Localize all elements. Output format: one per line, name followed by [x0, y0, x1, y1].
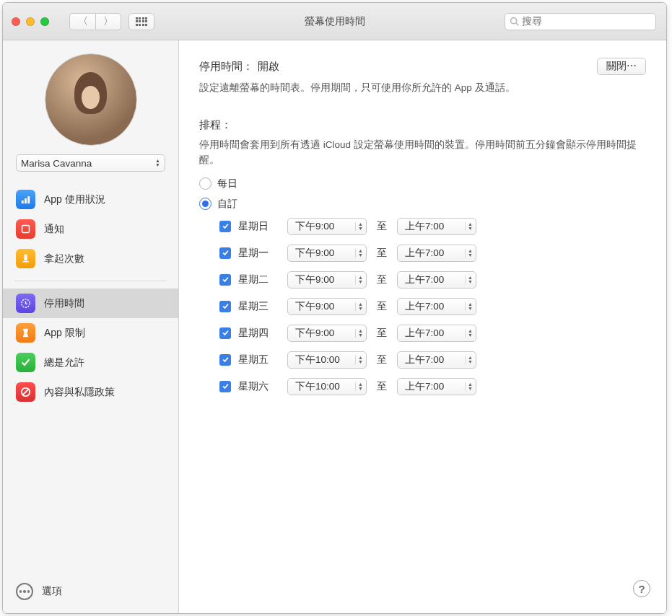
user-avatar[interactable] — [45, 53, 137, 146]
from-time-select[interactable]: 下午9:00▲▼ — [287, 218, 367, 235]
day-checkbox[interactable] — [219, 247, 231, 259]
search-input[interactable] — [522, 16, 651, 27]
schedule-row: 星期五下午10:00▲▼至上午7:00▲▼ — [219, 351, 646, 369]
options-label: 選項 — [42, 585, 62, 598]
svg-rect-3 — [25, 198, 27, 203]
sidebar-item-always-allowed[interactable]: 總是允許 — [3, 348, 178, 377]
svg-rect-5 — [22, 226, 30, 233]
time-value: 下午9:00 — [295, 327, 334, 340]
day-checkbox[interactable] — [219, 274, 231, 286]
time-value: 上午7:00 — [405, 353, 444, 366]
sidebar-item-label: 總是允許 — [44, 356, 84, 369]
radio-button[interactable] — [199, 198, 211, 210]
stepper-icon: ▲▼ — [465, 276, 473, 284]
window-body: Marisa Cavanna ▲▼ App 使用狀況 通知 拿起次數 — [3, 40, 666, 613]
sidebar-item-content-privacy[interactable]: 內容與私隱政策 — [3, 377, 178, 407]
back-button[interactable]: 〈 — [69, 13, 95, 30]
window-title: 螢幕使用時間 — [305, 15, 365, 28]
user-select-label: Marisa Cavanna — [21, 158, 92, 169]
day-label: 星期日 — [238, 220, 280, 233]
schedule-row: 星期日下午9:00▲▼至上午7:00▲▼ — [219, 218, 646, 235]
status-label: 停用時間： — [199, 60, 253, 74]
search-icon — [510, 17, 519, 26]
from-time-select[interactable]: 下午9:00▲▼ — [287, 325, 367, 342]
help-button[interactable]: ? — [633, 580, 650, 597]
titlebar: 〈 〉 螢幕使用時間 — [3, 3, 666, 40]
preferences-window: 〈 〉 螢幕使用時間 Marisa Cavanna ▲▼ App 使用狀況 — [2, 2, 667, 614]
app-usage-icon — [16, 190, 35, 209]
day-checkbox[interactable] — [219, 354, 231, 366]
day-checkbox[interactable] — [219, 327, 231, 339]
status-description: 設定遠離螢幕的時間表。停用期間，只可使用你所允許的 App 及通話。 — [199, 81, 646, 95]
sidebar-item-notifications[interactable]: 通知 — [3, 214, 178, 244]
svg-rect-4 — [27, 196, 30, 203]
to-time-select[interactable]: 上午7:00▲▼ — [397, 218, 476, 235]
schedule-row: 星期六下午10:00▲▼至上午7:00▲▼ — [219, 378, 646, 395]
status-row: 停用時間： 開啟 關閉⋯ — [199, 58, 646, 75]
svg-line-1 — [516, 23, 518, 25]
to-time-select[interactable]: 上午7:00▲▼ — [397, 271, 476, 289]
to-label: 至 — [374, 300, 390, 313]
search-field[interactable] — [505, 13, 656, 30]
to-time-select[interactable]: 上午7:00▲▼ — [397, 351, 476, 369]
from-time-select[interactable]: 下午10:00▲▼ — [287, 351, 367, 369]
window-controls — [12, 17, 49, 26]
to-label: 至 — [374, 220, 390, 233]
radio-button[interactable] — [199, 177, 211, 190]
radio-label: 每日 — [217, 177, 237, 190]
from-time-select[interactable]: 下午9:00▲▼ — [287, 298, 367, 315]
main-content: 停用時間： 開啟 關閉⋯ 設定遠離螢幕的時間表。停用期間，只可使用你所允許的 A… — [179, 40, 666, 613]
sidebar-item-pickups[interactable]: 拿起次數 — [3, 244, 178, 273]
time-value: 下午9:00 — [295, 247, 334, 260]
sidebar-item-label: 通知 — [44, 223, 64, 236]
to-time-select[interactable]: 上午7:00▲▼ — [397, 298, 476, 315]
day-label: 星期一 — [238, 247, 280, 260]
day-label: 星期三 — [238, 300, 280, 313]
to-label: 至 — [374, 353, 390, 366]
time-value: 下午10:00 — [295, 353, 340, 366]
minimize-window-button[interactable] — [26, 17, 35, 26]
sidebar-item-label: 拿起次數 — [44, 252, 84, 265]
radio-daily[interactable]: 每日 — [199, 177, 646, 190]
day-checkbox[interactable] — [219, 221, 231, 232]
sidebar-item-downtime[interactable]: 停用時間 — [3, 289, 178, 318]
options-icon — [16, 583, 33, 600]
time-value: 下午9:00 — [295, 300, 334, 313]
sidebar-item-app-usage[interactable]: App 使用狀況 — [3, 185, 178, 214]
chevron-right-icon: 〉 — [103, 15, 113, 28]
day-checkbox[interactable] — [219, 381, 231, 392]
close-window-button[interactable] — [12, 17, 20, 26]
svg-point-0 — [511, 18, 517, 24]
sidebar-divider — [14, 281, 167, 281]
to-time-select[interactable]: 上午7:00▲▼ — [397, 378, 476, 395]
user-select[interactable]: Marisa Cavanna ▲▼ — [16, 154, 165, 172]
day-label: 星期五 — [238, 353, 280, 366]
to-label: 至 — [374, 273, 390, 286]
from-time-select[interactable]: 下午9:00▲▼ — [287, 271, 367, 289]
radio-label: 自訂 — [217, 198, 237, 211]
from-time-select[interactable]: 下午10:00▲▼ — [287, 378, 367, 395]
sidebar-options[interactable]: 選項 — [3, 573, 178, 613]
radio-custom[interactable]: 自訂 — [199, 198, 646, 211]
to-time-select[interactable]: 上午7:00▲▼ — [397, 245, 476, 262]
show-all-prefs-button[interactable] — [128, 13, 154, 30]
to-label: 至 — [374, 327, 390, 340]
schedule-row: 星期二下午9:00▲▼至上午7:00▲▼ — [219, 271, 646, 289]
zoom-window-button[interactable] — [40, 17, 49, 26]
stepper-icon: ▲▼ — [355, 302, 363, 311]
schedule-description: 停用時間會套用到所有透過 iCloud 設定螢幕使用時間的裝置。停用時間前五分鐘… — [199, 138, 646, 167]
to-label: 至 — [374, 380, 390, 393]
day-checkbox[interactable] — [219, 301, 231, 312]
schedule-table: 星期日下午9:00▲▼至上午7:00▲▼星期一下午9:00▲▼至上午7:00▲▼… — [219, 218, 646, 395]
from-time-select[interactable]: 下午9:00▲▼ — [287, 245, 367, 262]
svg-rect-2 — [22, 201, 24, 203]
stepper-icon: ▲▼ — [355, 329, 363, 338]
sidebar-item-label: App 使用狀況 — [44, 193, 105, 206]
to-time-select[interactable]: 上午7:00▲▼ — [397, 325, 476, 342]
forward-button[interactable]: 〉 — [95, 13, 121, 30]
sidebar-item-app-limits[interactable]: App 限制 — [3, 318, 178, 348]
always-allowed-icon — [16, 353, 35, 372]
chevron-left-icon: 〈 — [78, 15, 88, 28]
turn-off-button[interactable]: 關閉⋯ — [597, 58, 646, 75]
time-value: 上午7:00 — [405, 300, 444, 313]
